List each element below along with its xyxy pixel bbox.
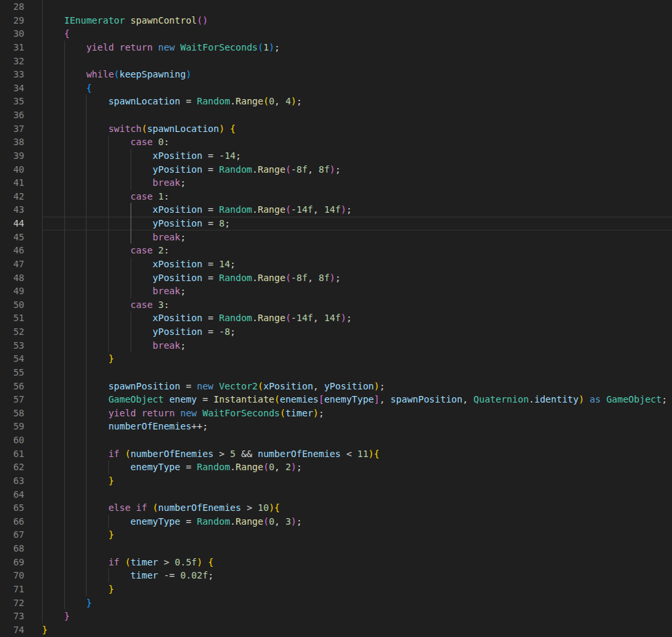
code-line[interactable]: 63} — [0, 474, 672, 488]
code-line[interactable]: 74} — [0, 623, 672, 637]
line-number[interactable]: 28 — [0, 0, 24, 14]
line-number[interactable]: 31 — [0, 41, 24, 55]
code-token: . — [230, 462, 236, 472]
code-line[interactable]: 68 — [0, 542, 672, 556]
code-line[interactable]: 29IEnumerator spawnControl() — [0, 14, 672, 28]
line-number[interactable]: 48 — [0, 271, 24, 285]
code-line[interactable]: 39xPosition = -14; — [0, 149, 672, 163]
line-number[interactable]: 44 — [0, 217, 24, 231]
line-number[interactable]: 52 — [0, 325, 24, 339]
line-number[interactable]: 32 — [0, 55, 24, 68]
line-number[interactable]: 65 — [0, 501, 24, 515]
line-number[interactable]: 30 — [0, 27, 24, 41]
code-line[interactable]: 44yPosition = 8; — [0, 217, 672, 231]
code-line[interactable]: 59numberOfEnemies++; — [0, 420, 672, 433]
code-line[interactable]: 35spawnLocation = Random.Range(0, 4); — [0, 95, 672, 108]
line-number[interactable]: 47 — [0, 257, 24, 271]
code-line[interactable]: 61if (numberOfEnemies > 5 && numberOfEne… — [0, 447, 672, 461]
line-number[interactable]: 37 — [0, 122, 24, 136]
code-line[interactable]: 43xPosition = Random.Range(-14f, 14f); — [0, 203, 672, 217]
code-line[interactable]: 40yPosition = Random.Range(-8f, 8f); — [0, 163, 672, 177]
line-number[interactable]: 73 — [0, 609, 24, 623]
code-token: case — [131, 245, 153, 255]
line-number[interactable]: 71 — [0, 582, 24, 596]
line-number[interactable]: 68 — [0, 542, 24, 556]
line-number[interactable]: 49 — [0, 284, 24, 298]
line-number[interactable]: 53 — [0, 339, 24, 353]
code-line[interactable]: 49break; — [0, 284, 672, 298]
code-line[interactable]: 34{ — [0, 81, 672, 95]
line-number[interactable]: 69 — [0, 556, 24, 569]
line-number[interactable]: 43 — [0, 203, 24, 217]
code-line[interactable]: 51xPosition = Random.Range(-14f, 14f); — [0, 311, 672, 325]
line-number[interactable]: 54 — [0, 352, 24, 366]
line-number[interactable]: 38 — [0, 135, 24, 149]
line-number[interactable]: 56 — [0, 380, 24, 393]
code-line[interactable]: 41break; — [0, 176, 672, 190]
line-number[interactable]: 39 — [0, 149, 24, 163]
code-token: { — [86, 83, 91, 93]
line-number[interactable]: 61 — [0, 447, 24, 461]
code-line[interactable]: 33while(keepSpawning) — [0, 68, 672, 81]
line-number[interactable]: 59 — [0, 420, 24, 433]
code-line[interactable]: 71} — [0, 582, 672, 596]
code-line[interactable]: 64 — [0, 488, 672, 502]
line-number[interactable]: 70 — [0, 569, 24, 582]
line-number[interactable]: 36 — [0, 108, 24, 122]
code-line[interactable]: 58yield return new WaitForSeconds(timer)… — [0, 406, 672, 420]
line-number[interactable]: 66 — [0, 515, 24, 529]
line-number[interactable]: 72 — [0, 596, 24, 610]
code-line[interactable]: 31yield return new WaitForSeconds(1); — [0, 41, 672, 55]
code-token: case — [131, 137, 153, 147]
code-line[interactable]: 36 — [0, 108, 672, 122]
code-line[interactable]: 65else if (numberOfEnemies > 10){ — [0, 501, 672, 515]
code-line[interactable]: 73} — [0, 609, 672, 623]
line-number[interactable]: 58 — [0, 406, 24, 420]
code-line[interactable]: 66enemyType = Random.Range(0, 3); — [0, 515, 672, 529]
code-line[interactable]: 47xPosition = 14; — [0, 257, 672, 271]
code-line[interactable]: 57GameObject enemy = Instantiate(enemies… — [0, 393, 672, 406]
line-number[interactable]: 29 — [0, 14, 24, 28]
code-line[interactable]: 45break; — [0, 231, 672, 244]
line-number[interactable]: 35 — [0, 95, 24, 108]
code-line-content: break; — [42, 284, 672, 298]
code-line[interactable]: 32 — [0, 55, 672, 68]
line-number[interactable]: 64 — [0, 488, 24, 502]
code-line[interactable]: 30{ — [0, 27, 672, 41]
line-number[interactable]: 34 — [0, 81, 24, 95]
line-number[interactable]: 63 — [0, 474, 24, 488]
line-number[interactable]: 50 — [0, 298, 24, 312]
code-line[interactable]: 52yPosition = -8; — [0, 325, 672, 339]
line-number[interactable]: 62 — [0, 460, 24, 474]
code-line[interactable]: 55 — [0, 366, 672, 380]
line-number[interactable]: 46 — [0, 244, 24, 257]
code-line[interactable]: 60 — [0, 433, 672, 447]
code-line[interactable]: 42case 1: — [0, 190, 672, 204]
code-line[interactable]: 56spawnPosition = new Vector2(xPosition,… — [0, 380, 672, 393]
line-number[interactable]: 42 — [0, 190, 24, 204]
code-line[interactable]: 72} — [0, 596, 672, 610]
code-line[interactable]: 54} — [0, 352, 672, 366]
line-number[interactable]: 67 — [0, 528, 24, 542]
code-line[interactable]: 70timer -= 0.02f; — [0, 569, 672, 582]
code-line[interactable]: 53break; — [0, 339, 672, 353]
code-line[interactable]: 48yPosition = Random.Range(-8f, 8f); — [0, 271, 672, 285]
line-number[interactable]: 74 — [0, 623, 24, 637]
line-number[interactable]: 41 — [0, 176, 24, 190]
code-line[interactable]: 50case 3: — [0, 298, 672, 312]
code-line[interactable]: 28 — [0, 0, 672, 14]
code-line[interactable]: 46case 2: — [0, 244, 672, 257]
line-number[interactable]: 45 — [0, 231, 24, 244]
line-number[interactable]: 55 — [0, 366, 24, 380]
code-line[interactable]: 62enemyType = Random.Range(0, 2); — [0, 460, 672, 474]
code-line[interactable]: 69if (timer > 0.5f) { — [0, 556, 672, 569]
code-line[interactable]: 38case 0: — [0, 135, 672, 149]
line-number[interactable]: 40 — [0, 163, 24, 177]
line-number[interactable]: 33 — [0, 68, 24, 81]
indent-guide — [42, 447, 43, 461]
code-line[interactable]: 67} — [0, 528, 672, 542]
line-number[interactable]: 57 — [0, 393, 24, 406]
line-number[interactable]: 60 — [0, 433, 24, 447]
code-line[interactable]: 37switch(spawnLocation) { — [0, 122, 672, 136]
line-number[interactable]: 51 — [0, 311, 24, 325]
